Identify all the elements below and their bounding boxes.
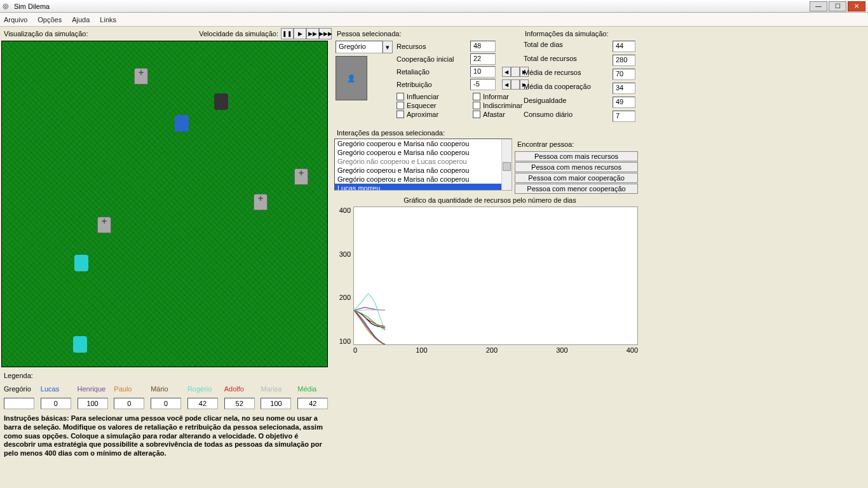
coop-value: 22 bbox=[470, 53, 496, 65]
find-header: Encontrar pessoa: bbox=[517, 140, 574, 148]
speed-controls: ❚❚ ▶ ▶▶ ▶▶▶ bbox=[281, 28, 332, 39]
instructions-text: Instruções básicas: Para selecionar uma … bbox=[1, 410, 332, 462]
interaction-item[interactable]: Gregório não cooperou e Lucas cooperou bbox=[335, 157, 512, 166]
legend-value: 100 bbox=[258, 396, 295, 410]
person-select-dropdown-button[interactable]: ▾ bbox=[383, 41, 393, 53]
desig-value: 49 bbox=[613, 97, 635, 108]
interaction-item[interactable]: Gregório cooperou e Marisa não cooperou bbox=[335, 139, 512, 148]
fast-button[interactable]: ▶▶ bbox=[306, 28, 319, 39]
retrib-mid-button[interactable] bbox=[511, 79, 520, 90]
siminfo-header: Informações da simulação: bbox=[525, 30, 608, 37]
legend-value: 0 bbox=[148, 396, 185, 410]
interaction-item[interactable]: Gregório cooperou e Marisa não cooperou bbox=[335, 148, 512, 157]
interactions-header: Interações da pessoa selecionada: bbox=[337, 129, 445, 137]
list-scrollbar[interactable] bbox=[501, 139, 512, 190]
legend-name[interactable]: Média bbox=[295, 384, 332, 394]
x-tick: 100 bbox=[416, 346, 427, 354]
chk-esquecer[interactable]: Esquecer bbox=[397, 102, 466, 109]
interaction-item[interactable]: Gregório cooperou e Marisa não cooperou bbox=[335, 166, 512, 175]
dias-label: Total de dias bbox=[524, 41, 610, 52]
legend-value bbox=[1, 396, 38, 410]
y-tick: 100 bbox=[339, 337, 351, 345]
legend-value: 42 bbox=[185, 396, 222, 410]
close-button[interactable]: ✕ bbox=[848, 1, 865, 11]
menu-arquivo[interactable]: Arquivo bbox=[4, 16, 27, 24]
retrib-value[interactable]: -5 bbox=[470, 79, 496, 90]
menu-ajuda[interactable]: Ajuda bbox=[72, 16, 90, 24]
legend-name[interactable]: Gregório bbox=[1, 384, 38, 394]
retrib-label: Retribuição bbox=[397, 81, 468, 88]
legend-name[interactable]: Henrique bbox=[75, 384, 112, 394]
recursos-value: 48 bbox=[470, 41, 496, 52]
chart-title: Gráfico da quantidade de recursos pelo n… bbox=[334, 194, 646, 207]
menu-links[interactable]: Links bbox=[100, 16, 116, 24]
legend-name[interactable]: Adolfo bbox=[222, 384, 259, 394]
cons-value: 7 bbox=[613, 111, 635, 122]
desig-label: Desigualdade bbox=[524, 97, 610, 108]
person-sprite[interactable] bbox=[214, 93, 228, 110]
scrollbar-thumb[interactable] bbox=[503, 162, 511, 171]
chart-series bbox=[354, 294, 385, 330]
legend-name[interactable]: Marisa bbox=[258, 384, 295, 394]
chk-aproximar[interactable]: Aproximar bbox=[397, 111, 466, 118]
retal-value[interactable]: 10 bbox=[470, 66, 496, 78]
mcoop-value: 34 bbox=[613, 83, 635, 94]
person-sprite[interactable] bbox=[73, 336, 87, 353]
legend-value: 100 bbox=[75, 396, 112, 410]
rec-label: Total de recursos bbox=[524, 55, 610, 66]
find-most-coop-button[interactable]: Pessoa com maior cooperação bbox=[515, 173, 638, 183]
tombstone-icon[interactable] bbox=[254, 194, 268, 210]
faster-button[interactable]: ▶▶▶ bbox=[319, 28, 332, 39]
mcoop-label: Média da cooperação bbox=[524, 83, 610, 94]
recursos-label: Recursos bbox=[397, 43, 468, 50]
coop-label: Cooperação inicial bbox=[397, 55, 468, 63]
retal-decr-button[interactable]: ◀ bbox=[502, 67, 511, 77]
cons-label: Consumo diário bbox=[524, 111, 610, 122]
legend-values: 010000425210042 bbox=[1, 396, 332, 410]
retal-mid-button[interactable] bbox=[511, 67, 520, 77]
menu-opcoes[interactable]: Opções bbox=[37, 16, 62, 24]
retrib-decr-button[interactable]: ◀ bbox=[502, 79, 511, 90]
tombstone-icon[interactable] bbox=[294, 168, 308, 185]
mrec-label: Média de recursos bbox=[524, 69, 610, 80]
tombstone-icon[interactable] bbox=[134, 68, 148, 85]
x-tick: 200 bbox=[486, 346, 498, 354]
simulation-viewport[interactable] bbox=[1, 41, 328, 367]
person-sprite[interactable] bbox=[175, 115, 189, 132]
viz-label: Visualização da simulação: bbox=[4, 30, 88, 37]
chart-plot-area bbox=[353, 207, 638, 345]
chart-y-axis: 400300200100 bbox=[334, 207, 353, 345]
legend-name[interactable]: Paulo bbox=[111, 384, 148, 394]
find-least-resources-button[interactable]: Pessoa com menos recursos bbox=[515, 162, 638, 172]
rec-value: 280 bbox=[613, 55, 635, 66]
y-tick: 400 bbox=[339, 207, 351, 214]
maximize-button[interactable]: ☐ bbox=[829, 1, 846, 11]
legend-value: 42 bbox=[295, 396, 332, 410]
minimize-button[interactable]: — bbox=[810, 1, 827, 11]
legend-name[interactable]: Mário bbox=[148, 384, 185, 394]
x-tick: 300 bbox=[556, 346, 567, 354]
legend-name[interactable]: Rogério bbox=[185, 384, 222, 394]
retal-label: Retaliação bbox=[397, 68, 468, 76]
legend-header: Legenda: bbox=[4, 372, 33, 379]
legend-names: GregórioLucasHenriquePauloMárioRogérioAd… bbox=[1, 384, 332, 394]
title-bar: ◎ Sim Dilema — ☐ ✕ bbox=[0, 0, 868, 13]
chk-influenciar[interactable]: Influenciar bbox=[397, 93, 466, 100]
legend-value: 52 bbox=[222, 396, 259, 410]
person-avatar: 👤 bbox=[336, 56, 367, 100]
pause-button[interactable]: ❚❚ bbox=[281, 28, 294, 39]
interactions-list[interactable]: Gregório cooperou e Marisa não cooperouG… bbox=[334, 139, 512, 191]
play-button[interactable]: ▶ bbox=[294, 28, 306, 39]
person-sprite[interactable] bbox=[74, 255, 88, 271]
mrec-value: 70 bbox=[613, 69, 635, 80]
tombstone-icon[interactable] bbox=[97, 217, 111, 233]
app-icon: ◎ bbox=[3, 2, 11, 11]
find-most-resources-button[interactable]: Pessoa com mais recursos bbox=[515, 151, 638, 161]
interaction-item[interactable]: Gregório cooperou e Marisa não cooperou bbox=[335, 175, 512, 184]
x-tick: 400 bbox=[627, 346, 638, 354]
legend-name[interactable]: Lucas bbox=[38, 384, 75, 394]
interaction-item[interactable]: Lucas morreu bbox=[335, 184, 512, 191]
person-header: Pessoa selecionada: bbox=[337, 30, 402, 37]
person-select-field[interactable]: Gregório bbox=[336, 41, 383, 53]
find-least-coop-button[interactable]: Pessoa com menor cooperação bbox=[515, 184, 638, 194]
